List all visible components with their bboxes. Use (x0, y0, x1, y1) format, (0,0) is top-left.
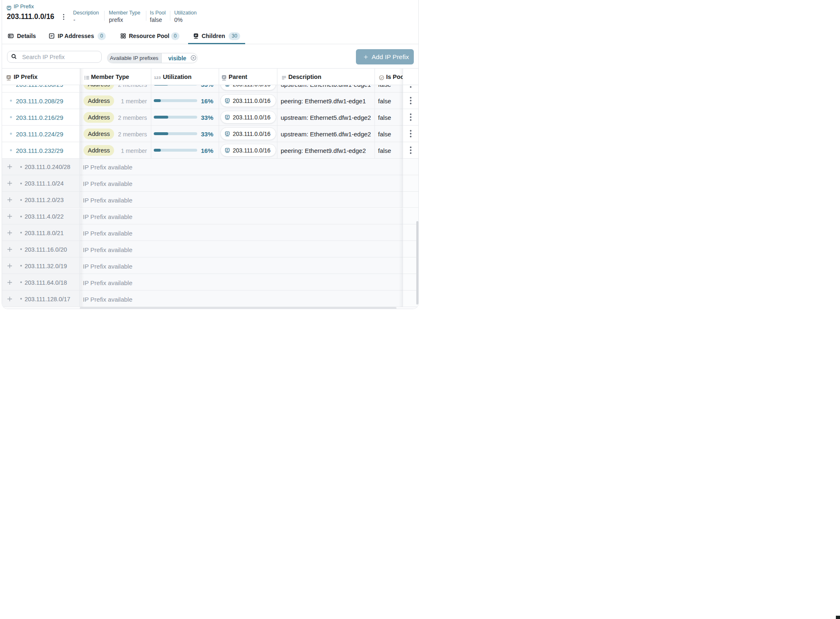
svg-text:IP: IP (227, 132, 229, 134)
svg-text:IP: IP (7, 76, 10, 78)
svg-text:IP: IP (227, 100, 229, 102)
svg-text:IP: IP (227, 149, 229, 151)
svg-text:IP: IP (8, 7, 10, 9)
svg-text:IP: IP (223, 76, 225, 78)
svg-text:IP: IP (50, 35, 53, 37)
svg-text:IP: IP (195, 34, 198, 37)
svg-text:IP: IP (227, 116, 229, 118)
